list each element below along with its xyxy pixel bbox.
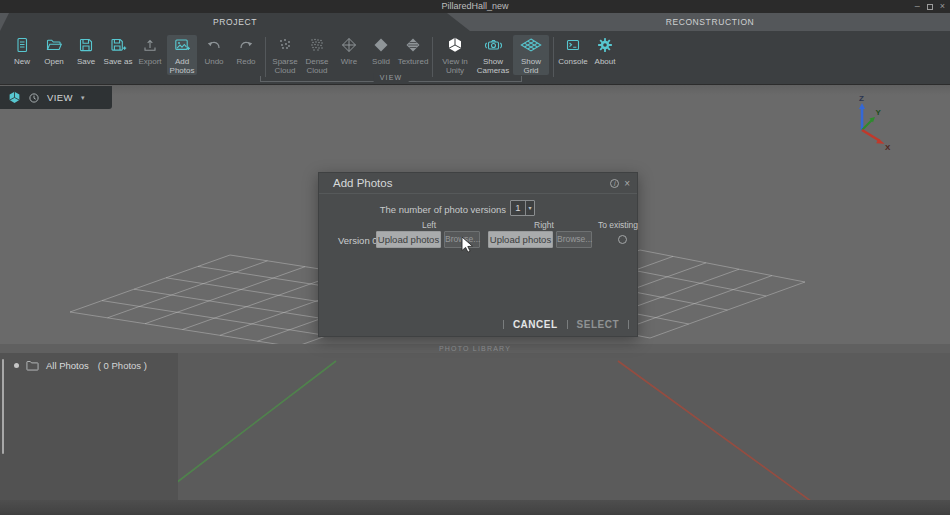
open-folder-icon (46, 35, 62, 54)
toolbar-group-label: VIEW (374, 73, 409, 83)
minimize-icon[interactable]: – (915, 0, 920, 13)
toolbar-button-sparse-cloud[interactable]: Sparse Cloud (270, 35, 300, 75)
title-bar: PillaredHall_new – × (0, 0, 950, 13)
toolbar-button-open[interactable]: Open (39, 35, 69, 66)
new-file-icon (14, 35, 30, 54)
gear-icon (597, 35, 613, 54)
app-window: PillaredHall_new – × PROJECT RECONSTRUCT… (0, 0, 950, 515)
wire-mesh-icon (341, 35, 357, 54)
toolbar-separator (432, 37, 433, 77)
axis-y-label: Y (876, 108, 882, 117)
app-logo-icon (8, 91, 21, 104)
all-photos-item[interactable]: All Photos ( 0 Photos ) (14, 360, 147, 371)
cancel-button[interactable]: CANCEL (513, 319, 558, 330)
upload-photos-left-button[interactable]: Upload photos (376, 231, 441, 248)
redo-icon (238, 35, 254, 54)
info-icon[interactable]: i (610, 179, 619, 188)
sidebar-scrollbar[interactable] (2, 359, 4, 454)
axis-z-label: Z (859, 94, 864, 103)
dialog-footer: CANCEL SELECT (503, 319, 629, 330)
view-menu-bar: VIEW ▾ (0, 86, 112, 109)
toolbar-group-view: VIEW (260, 76, 522, 82)
toolbar-button-export[interactable]: Export (135, 35, 165, 66)
photo-library-header[interactable]: PHOTO LIBRARY (0, 344, 950, 353)
toolbar-button-show-grid[interactable]: Show Grid (513, 35, 549, 75)
footer-separator (503, 320, 504, 329)
photo-versions-label: The number of photo versions (319, 204, 506, 215)
toolbar-button-view-in-unity[interactable]: View in Unity (437, 35, 473, 75)
dialog-header: Add Photos i × (319, 173, 637, 194)
footer-separator (567, 320, 568, 329)
toolbar-button-save[interactable]: Save (71, 35, 101, 66)
toolbar-button-new[interactable]: New (7, 35, 37, 66)
chevron-down-icon[interactable]: ▾ (525, 201, 534, 215)
solid-mesh-icon (373, 35, 389, 54)
console-icon (565, 35, 581, 54)
photo-tree-sidebar: All Photos ( 0 Photos ) (0, 353, 178, 500)
toolbar-button-wire[interactable]: Wire (334, 35, 364, 66)
window-title: PillaredHall_new (0, 0, 950, 13)
add-photos-icon (174, 35, 191, 54)
toolbar-button-about[interactable]: About (590, 35, 620, 66)
browse-left-button[interactable]: Browse... (444, 231, 480, 248)
to-existing-radio[interactable] (618, 235, 627, 244)
add-photos-dialog: Add Photos i × The number of photo versi… (318, 172, 638, 337)
toolbar-button-show-cameras[interactable]: Show Cameras (475, 35, 511, 75)
select-button[interactable]: SELECT (577, 319, 619, 330)
upload-photos-right-button[interactable]: Upload photos (488, 231, 553, 248)
column-header-left: Left (414, 220, 444, 230)
folder-icon (26, 360, 39, 371)
bullet-icon (14, 363, 19, 368)
dense-cloud-icon (309, 35, 325, 54)
photo-versions-value: 1 (511, 201, 525, 215)
column-header-to-existing: To existing (597, 220, 639, 230)
undo-icon (206, 35, 222, 54)
toolbar-button-undo[interactable]: Undo (199, 35, 229, 66)
axis-x-label: X (885, 143, 891, 152)
panel-bottom-strip (0, 500, 950, 515)
tab-project[interactable]: PROJECT (0, 13, 470, 31)
unity-logo-icon (447, 35, 463, 54)
toolbar-button-dense-cloud[interactable]: Dense Cloud (302, 35, 332, 75)
tab-reconstruction[interactable]: RECONSTRUCTION (470, 13, 950, 31)
grid-mesh-icon (520, 35, 542, 54)
toolbar-separator (553, 37, 554, 77)
sparse-cloud-icon (277, 35, 293, 54)
toolbar-button-add-photos[interactable]: Add Photos (167, 35, 197, 75)
export-icon (142, 35, 158, 54)
view-menu-button[interactable]: VIEW (47, 92, 73, 103)
photo-library-panel: All Photos ( 0 Photos ) (0, 353, 950, 515)
toolbar-separator (265, 37, 266, 77)
all-photos-label: All Photos (46, 360, 89, 371)
browse-right-button[interactable]: Browse... (556, 231, 592, 248)
all-photos-count: ( 0 Photos ) (98, 360, 147, 371)
photo-versions-select[interactable]: 1 ▾ (510, 200, 535, 216)
save-as-icon (110, 35, 127, 54)
column-header-right: Right (529, 220, 559, 230)
toolbar-button-redo[interactable]: Redo (231, 35, 261, 66)
toolbar-button-solid[interactable]: Solid (366, 35, 396, 66)
window-close-icon[interactable]: × (940, 0, 945, 13)
tab-bar: PROJECT RECONSTRUCTION (0, 13, 950, 31)
textured-mesh-icon (405, 35, 421, 54)
history-clock-icon[interactable] (28, 92, 40, 104)
toolbar-button-save-as[interactable]: Save as (103, 35, 133, 66)
chevron-down-icon: ▾ (81, 94, 85, 102)
dialog-title: Add Photos (333, 173, 392, 194)
toolbar: New Open Save Save as (0, 31, 950, 85)
toolbar-button-textured[interactable]: Textured (398, 35, 428, 66)
axis-gizmo[interactable]: Z Y X (832, 92, 892, 152)
close-icon[interactable]: × (624, 179, 630, 189)
save-icon (78, 35, 94, 54)
toolbar-button-console[interactable]: Console (558, 35, 588, 66)
footer-separator (628, 320, 629, 329)
camera-icon (485, 35, 502, 54)
restore-icon[interactable] (927, 4, 933, 10)
